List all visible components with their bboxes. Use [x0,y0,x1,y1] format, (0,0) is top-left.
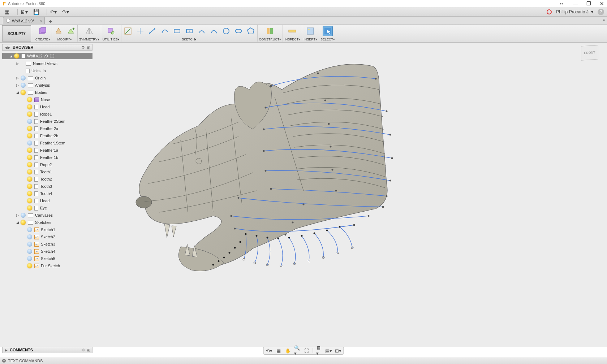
visibility-icon[interactable] [21,83,26,88]
tab-close-icon[interactable]: × [39,18,42,23]
gear-icon[interactable]: ⚙ [81,45,85,50]
expand-icon[interactable]: ▷ [15,83,20,87]
ellipse-icon[interactable] [233,26,244,36]
workspace-selector[interactable]: SCULPT ▾ [2,25,31,42]
utilities-icon[interactable] [106,26,116,36]
visibility-icon[interactable] [21,90,26,95]
minimize-button[interactable]: — [573,1,578,6]
visibility-icon[interactable] [27,133,32,138]
tree-item-body[interactable]: Tooth4 [2,190,92,197]
display-settings-icon[interactable]: 🖥▾ [316,347,323,354]
visibility-icon[interactable] [27,234,32,239]
record-icon[interactable] [547,9,552,14]
help-icon[interactable]: ? [598,9,604,15]
visibility-icon[interactable] [27,177,32,182]
undo-icon[interactable]: ↶▾ [49,8,57,16]
close-button[interactable]: ✕ [600,1,604,6]
visibility-icon[interactable] [27,184,32,189]
visibility-icon[interactable] [27,126,32,131]
expand-icon[interactable]: + [2,359,6,363]
tree-item-body[interactable]: Feather1b [2,154,92,161]
orbit-icon[interactable]: ⟲▾ [266,347,272,354]
visibility-icon[interactable] [27,162,32,167]
visibility-icon[interactable] [27,148,32,153]
viewport-layout-icon[interactable]: ⊞▾ [335,347,341,354]
tree-item-sketch[interactable]: Sketch1 [2,226,92,233]
tree-item-body[interactable]: Feather1Stem [2,139,92,147]
visibility-icon[interactable] [27,205,32,211]
restore-size-icon[interactable]: ↔ [559,1,564,6]
tree-item-sketches[interactable]: ◢ Sketches [2,219,92,226]
point-icon[interactable] [135,26,145,36]
expand-icon[interactable]: ◢ [9,54,13,58]
visibility-icon[interactable] [27,140,32,146]
modify-plus-icon[interactable]: + [66,26,76,36]
document-tab[interactable]: Wolf v12 v9* × [3,17,45,24]
visibility-icon[interactable] [21,213,26,218]
tree-item-sketch[interactable]: Sketch5 [2,255,92,262]
tree-item-named-views[interactable]: ▷ Named Views [2,60,92,67]
visibility-icon[interactable] [21,220,26,225]
comments-panel-header[interactable]: ▶ COMMENTS ⚙ ▣ [2,347,92,353]
visibility-icon[interactable] [21,75,26,81]
visibility-icon[interactable] [27,249,32,254]
visibility-icon[interactable] [27,112,32,117]
tree-item-body[interactable]: Tooth3 [2,183,92,190]
tree-item-body[interactable]: Tooth1 [2,168,92,176]
maximize-button[interactable]: ❐ [586,1,591,6]
tree-item-origin[interactable]: ▷ Origin [2,74,92,82]
tree-item-sketch[interactable]: Sketch3 [2,240,92,248]
gear-icon[interactable]: ⚙ [81,348,85,352]
tree-item-canvases[interactable]: ▷ Canvases [2,212,92,219]
tree-item-body[interactable]: Rope2 [2,161,92,168]
tree-item-sketch[interactable]: Fur Sketch [2,262,92,269]
expand-icon[interactable]: ▷ [15,76,20,80]
tree-item-units[interactable]: Units: in [2,67,92,74]
tree-item-body[interactable]: Feather2b [2,132,92,139]
tree-item-body[interactable]: Feather2Stem [2,118,92,125]
visibility-icon[interactable] [27,227,32,232]
tree-item-bodies[interactable]: ◢ Bodies [2,89,92,96]
tree-item-sketch[interactable]: Sketch4 [2,248,92,255]
save-icon[interactable]: 💾 [32,8,40,16]
line-icon[interactable] [147,26,158,36]
tree-root[interactable]: ◢ Wolf v12 v9 [2,53,92,59]
visibility-icon[interactable] [27,169,32,174]
expand-icon[interactable]: ◢ [15,91,20,94]
tree-item-body[interactable]: Feather2a [2,125,92,132]
browser-header[interactable]: ◀▶ BROWSER ⚙ ▣ [2,44,92,51]
collapse-icon[interactable]: ◀▶ [5,46,10,49]
visibility-icon[interactable] [14,53,19,58]
file-menu-icon[interactable]: 🗎▾ [20,8,28,16]
grid-settings-icon[interactable]: ▤▾ [326,347,332,354]
spline-icon[interactable] [160,26,170,36]
create-sketch-icon[interactable] [123,26,133,36]
rectangle-icon[interactable] [172,26,182,36]
tree-item-sketch[interactable]: Sketch2 [2,233,92,240]
tree-item-body[interactable]: Feather1a [2,147,92,154]
3point-arc-icon[interactable] [209,26,219,36]
tree-item-body[interactable]: Tooth2 [2,176,92,183]
view-cube-face[interactable]: FRONT [581,45,598,60]
tree-item-body[interactable]: Nose [2,96,92,103]
app-grid-icon[interactable]: ▦ [3,8,11,16]
user-name[interactable]: Phillip Procario Jr ▾ [556,9,593,14]
pan-icon[interactable]: ✋ [285,347,291,354]
zoom-icon[interactable]: 🔍▾ [294,347,301,354]
box-icon[interactable] [38,26,48,36]
tree-item-body[interactable]: Rope1 [2,110,92,118]
visibility-icon[interactable] [27,242,32,247]
visibility-icon[interactable] [27,155,32,160]
center-rectangle-icon[interactable] [184,26,194,36]
circle-icon[interactable] [221,26,231,36]
tab-overflow-icon[interactable]: « [603,17,605,22]
select-icon[interactable] [323,26,333,36]
visibility-icon[interactable] [27,119,32,124]
visibility-icon[interactable] [27,256,32,261]
close-panel-icon[interactable]: ▣ [86,45,90,50]
fit-icon[interactable]: ⛶ [304,347,310,354]
visibility-icon[interactable] [27,198,32,203]
polygon-icon[interactable] [246,26,256,36]
redo-icon[interactable]: ↷▾ [61,8,69,16]
expand-icon[interactable]: ▷ [15,62,20,65]
